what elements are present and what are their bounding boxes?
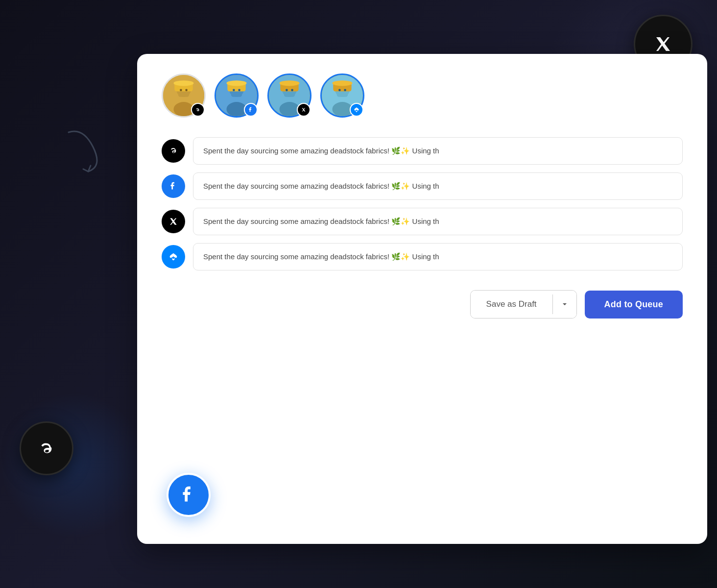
post-input-x[interactable] <box>193 208 683 235</box>
x-badge <box>297 103 311 117</box>
avatar-facebook[interactable] <box>215 74 259 118</box>
avatar-x[interactable] <box>267 74 311 118</box>
threads-badge <box>191 103 205 117</box>
platform-icon-bluesky <box>162 245 185 269</box>
svg-point-5 <box>173 80 193 86</box>
floating-threads-icon <box>20 421 73 475</box>
svg-point-16 <box>238 89 240 91</box>
svg-rect-17 <box>231 92 242 97</box>
svg-rect-35 <box>337 92 348 97</box>
add-to-queue-button[interactable]: Add to Queue <box>585 291 683 318</box>
main-card: Save as Draft Add to Queue <box>137 54 707 544</box>
svg-point-7 <box>185 89 188 91</box>
post-input-facebook[interactable] <box>193 172 683 200</box>
threads-logo-icon <box>34 436 59 461</box>
svg-point-33 <box>338 89 341 91</box>
save-draft-dropdown-button[interactable] <box>553 291 576 318</box>
glow-decoration <box>0 392 147 539</box>
post-row-bluesky <box>162 243 683 270</box>
post-input-bluesky[interactable] <box>193 243 683 270</box>
platform-icon-facebook <box>162 174 185 198</box>
post-row-threads <box>162 137 683 165</box>
avatars-row <box>162 74 683 118</box>
post-row-facebook <box>162 172 683 200</box>
post-row-x <box>162 208 683 235</box>
floating-facebook-icon <box>167 473 211 517</box>
svg-point-15 <box>233 89 235 91</box>
avatar-bluesky[interactable] <box>320 74 364 118</box>
svg-point-6 <box>180 89 182 91</box>
platform-icon-threads <box>162 139 185 163</box>
svg-rect-8 <box>178 92 189 97</box>
svg-point-34 <box>344 89 346 91</box>
save-draft-group: Save as Draft <box>470 290 577 318</box>
svg-point-14 <box>226 80 246 86</box>
svg-point-23 <box>279 80 299 86</box>
bluesky-badge <box>350 103 363 117</box>
facebook-badge <box>244 103 258 117</box>
svg-point-25 <box>291 89 293 91</box>
post-input-threads[interactable] <box>193 137 683 165</box>
actions-row: Save as Draft Add to Queue <box>162 290 683 318</box>
posts-section <box>162 137 683 270</box>
arrow-decoration <box>54 118 118 181</box>
platform-icon-x <box>162 210 185 233</box>
svg-point-32 <box>332 80 352 86</box>
facebook-logo-icon <box>177 484 200 506</box>
save-draft-button[interactable]: Save as Draft <box>471 291 552 318</box>
avatar-threads[interactable] <box>162 74 206 118</box>
svg-point-24 <box>286 89 288 91</box>
svg-rect-26 <box>284 92 295 97</box>
